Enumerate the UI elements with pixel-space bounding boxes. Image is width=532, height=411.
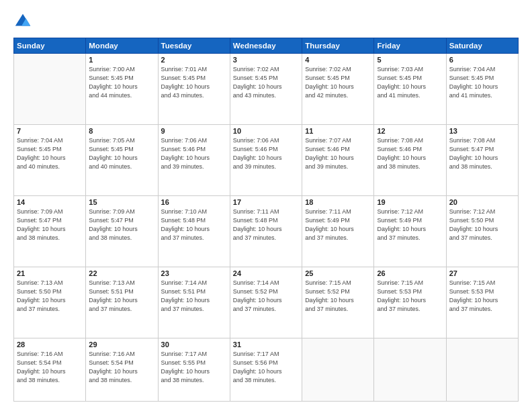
- day-info: Sunrise: 7:15 AM Sunset: 5:53 PM Dayligh…: [449, 279, 515, 314]
- day-number: 10: [233, 127, 299, 135]
- day-of-week-header: Thursday: [302, 38, 374, 54]
- calendar-cell: 11Sunrise: 7:07 AM Sunset: 5:46 PM Dayli…: [302, 125, 374, 196]
- day-info: Sunrise: 7:01 AM Sunset: 5:45 PM Dayligh…: [161, 65, 227, 100]
- calendar-cell: 28Sunrise: 7:16 AM Sunset: 5:54 PM Dayli…: [14, 338, 86, 402]
- day-info: Sunrise: 7:10 AM Sunset: 5:48 PM Dayligh…: [161, 208, 227, 242]
- calendar-cell: 31Sunrise: 7:17 AM Sunset: 5:56 PM Dayli…: [230, 338, 302, 402]
- day-info: Sunrise: 7:16 AM Sunset: 5:54 PM Dayligh…: [17, 350, 83, 385]
- calendar-cell: [374, 338, 446, 402]
- day-info: Sunrise: 7:11 AM Sunset: 5:48 PM Dayligh…: [233, 208, 299, 242]
- calendar-week-row: 28Sunrise: 7:16 AM Sunset: 5:54 PM Dayli…: [14, 338, 519, 402]
- day-number: 12: [377, 127, 443, 135]
- day-number: 14: [17, 198, 83, 206]
- calendar-week-row: 14Sunrise: 7:09 AM Sunset: 5:47 PM Dayli…: [14, 196, 519, 267]
- calendar-week-row: 1Sunrise: 7:00 AM Sunset: 5:45 PM Daylig…: [14, 54, 519, 125]
- calendar-cell: [14, 54, 86, 125]
- calendar-cell: 21Sunrise: 7:13 AM Sunset: 5:50 PM Dayli…: [14, 267, 86, 338]
- day-of-week-header: Tuesday: [158, 38, 230, 54]
- day-info: Sunrise: 7:13 AM Sunset: 5:50 PM Dayligh…: [17, 279, 83, 314]
- calendar-week-row: 21Sunrise: 7:13 AM Sunset: 5:50 PM Dayli…: [14, 267, 519, 338]
- calendar-cell: 4Sunrise: 7:02 AM Sunset: 5:45 PM Daylig…: [302, 54, 374, 125]
- day-number: 16: [161, 198, 227, 206]
- day-info: Sunrise: 7:11 AM Sunset: 5:49 PM Dayligh…: [305, 208, 371, 242]
- calendar-cell: 29Sunrise: 7:16 AM Sunset: 5:54 PM Dayli…: [86, 338, 158, 402]
- calendar-cell: 30Sunrise: 7:17 AM Sunset: 5:55 PM Dayli…: [158, 338, 230, 402]
- calendar-cell: 24Sunrise: 7:14 AM Sunset: 5:52 PM Dayli…: [230, 267, 302, 338]
- calendar-cell: 3Sunrise: 7:02 AM Sunset: 5:45 PM Daylig…: [230, 54, 302, 125]
- calendar-cell: 1Sunrise: 7:00 AM Sunset: 5:45 PM Daylig…: [86, 54, 158, 125]
- calendar-cell: [302, 338, 374, 402]
- calendar-cell: 16Sunrise: 7:10 AM Sunset: 5:48 PM Dayli…: [158, 196, 230, 267]
- day-number: 3: [233, 56, 299, 64]
- day-info: Sunrise: 7:04 AM Sunset: 5:45 PM Dayligh…: [449, 65, 515, 100]
- day-info: Sunrise: 7:07 AM Sunset: 5:46 PM Dayligh…: [305, 136, 371, 171]
- day-info: Sunrise: 7:17 AM Sunset: 5:56 PM Dayligh…: [233, 350, 299, 385]
- day-number: 27: [449, 269, 515, 277]
- calendar-cell: 2Sunrise: 7:01 AM Sunset: 5:45 PM Daylig…: [158, 54, 230, 125]
- day-number: 21: [17, 269, 83, 277]
- day-number: 22: [89, 269, 154, 277]
- day-number: 13: [449, 127, 515, 135]
- calendar-body: 1Sunrise: 7:00 AM Sunset: 5:45 PM Daylig…: [14, 54, 519, 402]
- day-info: Sunrise: 7:15 AM Sunset: 5:52 PM Dayligh…: [305, 279, 371, 314]
- day-number: 11: [305, 127, 371, 135]
- day-number: 24: [233, 269, 299, 277]
- day-info: Sunrise: 7:00 AM Sunset: 5:45 PM Dayligh…: [89, 65, 154, 100]
- calendar-cell: [446, 338, 518, 402]
- day-number: 31: [233, 340, 299, 349]
- day-info: Sunrise: 7:05 AM Sunset: 5:45 PM Dayligh…: [89, 136, 154, 171]
- day-number: 5: [377, 56, 443, 64]
- calendar-cell: 10Sunrise: 7:06 AM Sunset: 5:46 PM Dayli…: [230, 125, 302, 196]
- day-number: 19: [377, 198, 443, 206]
- calendar-cell: 27Sunrise: 7:15 AM Sunset: 5:53 PM Dayli…: [446, 267, 518, 338]
- day-number: 25: [305, 269, 371, 277]
- day-info: Sunrise: 7:13 AM Sunset: 5:51 PM Dayligh…: [89, 279, 154, 314]
- day-number: 17: [233, 198, 299, 206]
- calendar-cell: 23Sunrise: 7:14 AM Sunset: 5:51 PM Dayli…: [158, 267, 230, 338]
- day-info: Sunrise: 7:09 AM Sunset: 5:47 PM Dayligh…: [89, 208, 154, 242]
- days-of-week-row: SundayMondayTuesdayWednesdayThursdayFrid…: [14, 38, 519, 54]
- day-info: Sunrise: 7:12 AM Sunset: 5:49 PM Dayligh…: [377, 208, 443, 242]
- day-info: Sunrise: 7:16 AM Sunset: 5:54 PM Dayligh…: [89, 350, 154, 385]
- day-info: Sunrise: 7:06 AM Sunset: 5:46 PM Dayligh…: [161, 136, 227, 171]
- day-of-week-header: Saturday: [446, 38, 518, 54]
- calendar-table: SundayMondayTuesdayWednesdayThursdayFrid…: [13, 38, 519, 402]
- calendar-cell: 22Sunrise: 7:13 AM Sunset: 5:51 PM Dayli…: [86, 267, 158, 338]
- calendar-cell: 18Sunrise: 7:11 AM Sunset: 5:49 PM Dayli…: [302, 196, 374, 267]
- day-number: 26: [377, 269, 443, 277]
- day-info: Sunrise: 7:02 AM Sunset: 5:45 PM Dayligh…: [233, 65, 299, 100]
- calendar-cell: 26Sunrise: 7:15 AM Sunset: 5:53 PM Dayli…: [374, 267, 446, 338]
- calendar-cell: 15Sunrise: 7:09 AM Sunset: 5:47 PM Dayli…: [86, 196, 158, 267]
- day-of-week-header: Friday: [374, 38, 446, 54]
- day-number: 9: [161, 127, 227, 135]
- day-number: 23: [161, 269, 227, 277]
- calendar-cell: 5Sunrise: 7:03 AM Sunset: 5:45 PM Daylig…: [374, 54, 446, 125]
- day-info: Sunrise: 7:04 AM Sunset: 5:45 PM Dayligh…: [17, 136, 83, 171]
- day-number: 30: [161, 340, 227, 349]
- calendar-cell: 9Sunrise: 7:06 AM Sunset: 5:46 PM Daylig…: [158, 125, 230, 196]
- day-of-week-header: Sunday: [14, 38, 86, 54]
- day-number: 15: [89, 198, 154, 206]
- day-info: Sunrise: 7:08 AM Sunset: 5:46 PM Dayligh…: [377, 136, 443, 171]
- logo-icon: [13, 12, 32, 31]
- day-info: Sunrise: 7:08 AM Sunset: 5:47 PM Dayligh…: [449, 136, 515, 171]
- calendar-cell: 25Sunrise: 7:15 AM Sunset: 5:52 PM Dayli…: [302, 267, 374, 338]
- calendar-week-row: 7Sunrise: 7:04 AM Sunset: 5:45 PM Daylig…: [14, 125, 519, 196]
- day-number: 6: [449, 56, 515, 64]
- calendar-cell: 14Sunrise: 7:09 AM Sunset: 5:47 PM Dayli…: [14, 196, 86, 267]
- day-number: 20: [449, 198, 515, 206]
- day-number: 2: [161, 56, 227, 64]
- calendar-cell: 20Sunrise: 7:12 AM Sunset: 5:50 PM Dayli…: [446, 196, 518, 267]
- calendar-cell: 7Sunrise: 7:04 AM Sunset: 5:45 PM Daylig…: [14, 125, 86, 196]
- day-info: Sunrise: 7:14 AM Sunset: 5:52 PM Dayligh…: [233, 279, 299, 314]
- day-number: 29: [89, 340, 154, 349]
- day-info: Sunrise: 7:14 AM Sunset: 5:51 PM Dayligh…: [161, 279, 227, 314]
- logo: [13, 12, 35, 31]
- day-info: Sunrise: 7:17 AM Sunset: 5:55 PM Dayligh…: [161, 350, 227, 385]
- calendar-cell: 8Sunrise: 7:05 AM Sunset: 5:45 PM Daylig…: [86, 125, 158, 196]
- day-number: 7: [17, 127, 83, 135]
- page: SundayMondayTuesdayWednesdayThursdayFrid…: [0, 0, 532, 411]
- day-of-week-header: Monday: [86, 38, 158, 54]
- calendar-cell: 6Sunrise: 7:04 AM Sunset: 5:45 PM Daylig…: [446, 54, 518, 125]
- day-info: Sunrise: 7:15 AM Sunset: 5:53 PM Dayligh…: [377, 279, 443, 314]
